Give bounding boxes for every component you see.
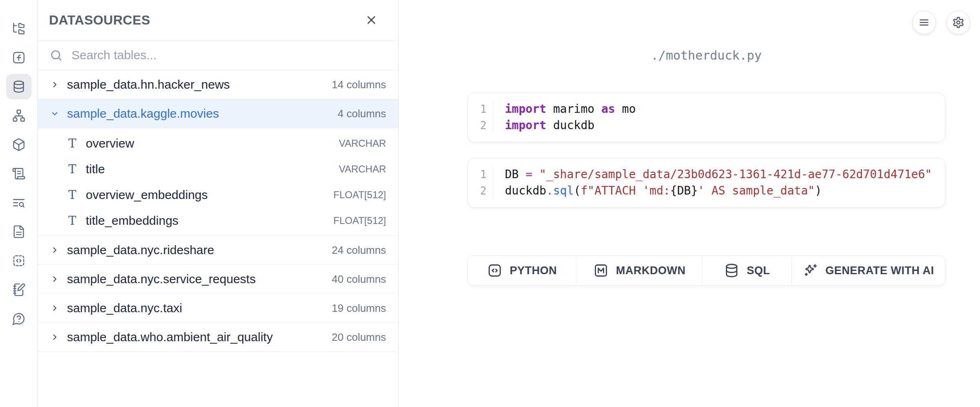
column-type: FLOAT[512]	[333, 189, 386, 201]
chevron-right-icon	[50, 245, 60, 255]
documentation-icon[interactable]	[6, 219, 31, 244]
database-icon	[724, 263, 739, 278]
outline-search-icon[interactable]	[6, 190, 31, 215]
close-panel-button[interactable]	[362, 11, 380, 29]
code-cell[interactable]: 12import marimo as moimport duckdb	[467, 92, 945, 142]
table-name: sample_data.nyc.service_requests	[67, 272, 324, 286]
column-row[interactable]: ToverviewVARCHAR	[38, 130, 398, 156]
generate-with-ai-label: GENERATE WITH AI	[826, 264, 934, 277]
table-column-count: 24 columns	[332, 244, 386, 257]
chevron-right-icon	[50, 303, 60, 313]
table-row[interactable]: sample_data.nyc.service_requests40 colum…	[38, 265, 398, 294]
code-editor[interactable]: DB = "_share/sample_data/23b0d623-1361-4…	[493, 166, 945, 199]
help-chat-icon[interactable]	[6, 306, 31, 331]
datasources-panel-header: DATASOURCES	[38, 0, 398, 40]
gear-icon	[952, 16, 964, 29]
column-name: overview_embeddings	[86, 188, 325, 202]
text-type-icon: T	[67, 162, 78, 176]
left-icon-rail	[0, 0, 38, 407]
chevron-right-icon	[50, 332, 60, 342]
sparkles-icon	[803, 263, 818, 278]
scratchpad-icon[interactable]	[6, 277, 31, 302]
column-type: VARCHAR	[339, 138, 386, 149]
line-numbers: 12	[468, 166, 493, 199]
logs-scroll-icon[interactable]	[6, 161, 31, 186]
notebook-filename: ./motherduck.py	[467, 48, 945, 63]
generate-with-ai-button[interactable]: GENERATE WITH AI	[792, 256, 945, 285]
column-name: title	[86, 162, 330, 176]
add-markdown-cell-button[interactable]: MARKDOWN	[576, 256, 703, 285]
column-name: title_embeddings	[86, 214, 325, 228]
notebook-menu-button[interactable]	[912, 11, 936, 34]
table-column-count: 20 columns	[332, 331, 386, 344]
package-box-icon[interactable]	[6, 132, 31, 157]
column-name: overview	[86, 136, 330, 150]
function-square-icon[interactable]	[6, 45, 31, 70]
column-type: VARCHAR	[339, 163, 386, 175]
column-type: FLOAT[512]	[333, 215, 386, 226]
chevron-right-icon	[50, 274, 60, 284]
datasources-panel: DATASOURCES sample_data.hn.hacker_news14…	[38, 0, 399, 407]
column-row[interactable]: TtitleVARCHAR	[38, 156, 398, 182]
table-name: sample_data.who.ambient_air_quality	[67, 330, 324, 344]
add-python-cell-button[interactable]: PYTHON	[468, 256, 576, 285]
line-numbers: 12	[468, 101, 493, 134]
search-row	[38, 40, 398, 70]
file-tree-icon[interactable]	[6, 16, 31, 41]
add-sql-label: SQL	[747, 264, 770, 277]
add-markdown-label: MARKDOWN	[616, 264, 685, 277]
table-row[interactable]: sample_data.kaggle.movies4 columns	[38, 99, 398, 128]
table-name: sample_data.hn.hacker_news	[67, 78, 324, 92]
table-column-count: 40 columns	[332, 273, 386, 286]
app-window: DATASOURCES sample_data.hn.hacker_news14…	[0, 0, 980, 407]
header-actions	[912, 11, 970, 34]
hamburger-menu-icon	[918, 16, 930, 29]
search-icon	[50, 49, 63, 62]
column-row[interactable]: Toverview_embeddingsFLOAT[512]	[38, 182, 398, 208]
chevron-down-icon	[50, 109, 60, 119]
snippets-code-icon[interactable]	[6, 248, 31, 273]
table-column-count: 14 columns	[332, 78, 386, 91]
table-columns-group: ToverviewVARCHARTtitleVARCHARToverview_e…	[38, 128, 398, 236]
notebook-document: ./motherduck.py 12import marimo as moimp…	[467, 48, 945, 286]
table-row[interactable]: sample_data.who.ambient_air_quality20 co…	[38, 323, 398, 352]
add-cell-bar: PYTHON MARKDOWN SQL GENERATE WITH AI	[467, 255, 945, 286]
dependency-graph-icon[interactable]	[6, 103, 31, 128]
notebook-main: ./motherduck.py 12import marimo as moimp…	[399, 0, 980, 407]
close-icon	[365, 13, 378, 27]
table-name: sample_data.kaggle.movies	[67, 107, 330, 121]
table-row[interactable]: sample_data.hn.hacker_news14 columns	[38, 70, 398, 99]
text-type-icon: T	[67, 136, 78, 150]
code-square-icon	[487, 263, 502, 278]
search-tables-input[interactable]	[71, 48, 386, 63]
table-name: sample_data.nyc.rideshare	[67, 243, 324, 257]
table-column-count: 19 columns	[332, 302, 386, 315]
datasources-database-icon[interactable]	[6, 74, 31, 99]
settings-button[interactable]	[947, 11, 970, 34]
code-editor[interactable]: import marimo as moimport duckdb	[493, 101, 945, 134]
table-row[interactable]: sample_data.nyc.rideshare24 columns	[38, 236, 398, 265]
cells-container: 12import marimo as moimport duckdb12DB =…	[467, 92, 945, 223]
add-sql-cell-button[interactable]: SQL	[703, 256, 792, 285]
code-cell[interactable]: 12DB = "_share/sample_data/23b0d623-1361…	[467, 158, 945, 208]
panel-title: DATASOURCES	[49, 13, 150, 28]
add-python-label: PYTHON	[510, 264, 557, 277]
table-column-count: 4 columns	[338, 107, 386, 120]
text-type-icon: T	[67, 188, 78, 202]
tables-list: sample_data.hn.hacker_news14 columnssamp…	[38, 70, 398, 407]
text-type-icon: T	[67, 214, 78, 228]
markdown-square-icon	[593, 263, 609, 278]
column-row[interactable]: Ttitle_embeddingsFLOAT[512]	[38, 208, 398, 233]
table-name: sample_data.nyc.taxi	[67, 301, 324, 315]
table-row[interactable]: sample_data.nyc.taxi19 columns	[38, 294, 398, 323]
chevron-right-icon	[50, 80, 60, 89]
